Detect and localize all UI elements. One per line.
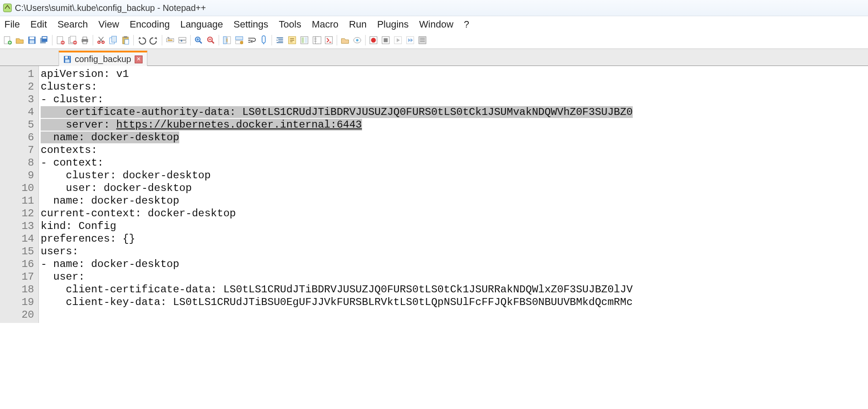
- menu-macro[interactable]: Macro: [312, 19, 338, 30]
- code-line[interactable]: preferences: {}: [41, 232, 868, 245]
- line-number: 11: [0, 194, 34, 207]
- copy-icon[interactable]: [108, 35, 119, 46]
- code-line[interactable]: server: https://kubernetes.docker.intern…: [41, 118, 868, 131]
- code-text: kind: Config: [41, 220, 116, 232]
- zoom-out-icon[interactable]: [205, 35, 216, 46]
- menu-view[interactable]: View: [98, 19, 119, 30]
- app-icon: [3, 3, 12, 13]
- code-text: users:: [41, 246, 78, 257]
- line-number: 3: [0, 93, 34, 106]
- code-line[interactable]: - name: docker-desktop: [41, 258, 868, 270]
- save-macro-icon[interactable]: [417, 35, 428, 46]
- editor[interactable]: 1234567891011121314151617181920 apiVersi…: [0, 66, 868, 323]
- toolbar-separator: [190, 35, 191, 45]
- udl-icon[interactable]: [286, 35, 298, 46]
- code-line[interactable]: user:: [41, 270, 868, 283]
- code-text: user:: [41, 271, 85, 283]
- close-icon[interactable]: ✕: [135, 55, 143, 63]
- menubar: FileEditSearchViewEncodingLanguageSettin…: [0, 16, 868, 34]
- svg-rect-30: [227, 37, 230, 44]
- gutter: 1234567891011121314151617181920: [0, 66, 39, 323]
- indent-guide-icon[interactable]: [274, 35, 286, 46]
- doc-list-icon[interactable]: [311, 35, 322, 46]
- selection: [41, 106, 66, 118]
- doc-map-icon[interactable]: [299, 35, 310, 46]
- url-link[interactable]: https://kubernetes.docker.internal:6443: [116, 119, 362, 131]
- code-line[interactable]: certificate-authority-data: LS0tLS1CRUdJ…: [41, 106, 868, 118]
- code-line[interactable]: client-certificate-data: LS0tLS1CRUdJTiB…: [41, 283, 868, 296]
- code-line[interactable]: contexts:: [41, 144, 868, 156]
- selection: [41, 119, 66, 131]
- menu-edit[interactable]: Edit: [30, 19, 47, 30]
- new-file-icon[interactable]: [2, 35, 13, 46]
- code-text: user: docker-desktop: [41, 182, 192, 194]
- close-all-icon[interactable]: [67, 35, 78, 46]
- code-text: apiVersion: v1: [41, 68, 129, 80]
- save-all-icon[interactable]: [38, 35, 50, 46]
- svg-rect-25: [179, 38, 186, 40]
- replace-icon[interactable]: [177, 35, 188, 46]
- wrap-icon[interactable]: [246, 35, 257, 46]
- code-line[interactable]: - context:: [41, 156, 868, 169]
- redo-icon[interactable]: [148, 35, 160, 46]
- line-number: 14: [0, 232, 34, 245]
- selection: name: docker-desktop: [53, 132, 179, 143]
- menu-language[interactable]: Language: [180, 19, 223, 30]
- play-macro-icon[interactable]: [392, 35, 404, 46]
- menu-settings[interactable]: Settings: [234, 19, 268, 30]
- sync-v-icon[interactable]: [221, 35, 233, 46]
- code-line[interactable]: name: docker-desktop: [41, 194, 868, 207]
- show-all-chars-icon[interactable]: [258, 35, 269, 46]
- print-icon[interactable]: [79, 35, 91, 46]
- record-macro-icon[interactable]: [368, 35, 379, 46]
- menu-window[interactable]: Window: [419, 19, 453, 30]
- code-text: preferences: {}: [41, 233, 135, 245]
- svg-rect-37: [305, 38, 307, 43]
- code-text: client-key-data: LS0tLS1CRUdJTiBSU0EgUFJ…: [41, 296, 633, 308]
- menu-help[interactable]: ?: [464, 19, 469, 30]
- play-multi-icon[interactable]: [404, 35, 416, 46]
- menu-file[interactable]: File: [4, 19, 20, 30]
- svg-rect-46: [383, 38, 387, 42]
- menu-plugins[interactable]: Plugins: [377, 19, 408, 30]
- find-icon[interactable]: [164, 35, 176, 46]
- code-line[interactable]: current-context: docker-desktop: [41, 207, 868, 220]
- code-line[interactable]: apiVersion: v1: [41, 68, 868, 80]
- code-line[interactable]: kind: Config: [41, 220, 868, 232]
- svg-rect-53: [68, 56, 69, 59]
- code-line[interactable]: clusters:: [41, 80, 868, 93]
- stop-macro-icon[interactable]: [380, 35, 391, 46]
- paste-icon[interactable]: [120, 35, 131, 46]
- tabstrip[interactable]: config_backup ✕: [0, 49, 868, 66]
- cut-icon[interactable]: [95, 35, 107, 46]
- code-line[interactable]: users:: [41, 245, 868, 258]
- code-text: current-context: docker-desktop: [41, 208, 236, 219]
- code-line[interactable]: - cluster:: [41, 93, 868, 106]
- save-icon[interactable]: [26, 35, 38, 46]
- svg-rect-5: [30, 40, 35, 43]
- code-text: - cluster:: [41, 94, 104, 105]
- monitor-icon[interactable]: [352, 35, 363, 46]
- code-area[interactable]: apiVersion: v1clusters:- cluster: certif…: [39, 66, 868, 323]
- folder-icon[interactable]: [339, 35, 351, 46]
- tab-config-backup[interactable]: config_backup ✕: [59, 51, 147, 66]
- line-number: 19: [0, 296, 34, 308]
- code-line[interactable]: [41, 308, 868, 321]
- titlebar[interactable]: C:\Users\sumit\.kube\config_backup - Not…: [0, 0, 868, 16]
- menu-tools[interactable]: Tools: [279, 19, 301, 30]
- menu-encoding[interactable]: Encoding: [129, 19, 170, 30]
- open-file-icon[interactable]: [14, 35, 25, 46]
- menu-run[interactable]: Run: [349, 19, 366, 30]
- function-list-icon[interactable]: [323, 35, 335, 46]
- menu-search[interactable]: Search: [57, 19, 88, 30]
- close-file-icon[interactable]: [55, 35, 66, 46]
- code-line[interactable]: client-key-data: LS0tLS1CRUdJTiBSU0EgUFJ…: [41, 296, 868, 308]
- code-line[interactable]: cluster: docker-desktop: [41, 169, 868, 182]
- undo-icon[interactable]: [136, 35, 147, 46]
- svg-point-33: [240, 41, 243, 44]
- code-line[interactable]: name: docker-desktop: [41, 131, 868, 144]
- toolbar: [0, 34, 868, 49]
- code-line[interactable]: user: docker-desktop: [41, 182, 868, 194]
- zoom-in-icon[interactable]: [193, 35, 204, 46]
- sync-h-icon[interactable]: [234, 35, 245, 46]
